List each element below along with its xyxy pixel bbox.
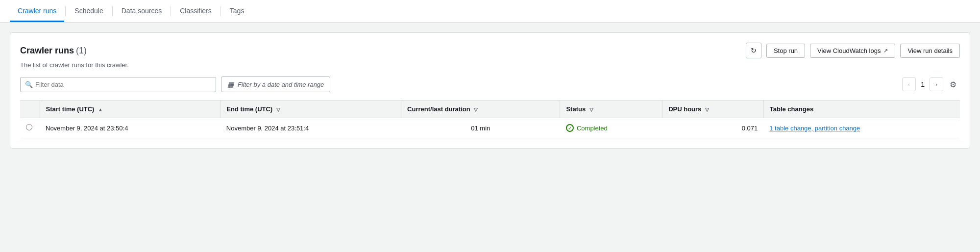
- td-end-time: November 9, 2024 at 23:51:4: [220, 118, 401, 138]
- th-table-changes: Table changes: [763, 101, 960, 118]
- tab-data-sources[interactable]: Data sources: [114, 0, 170, 22]
- filters-row: 🔍 ▦ Filter by a date and time range ‹ 1 …: [20, 76, 960, 92]
- tab-separator-4: [220, 6, 221, 16]
- td-duration: 01 min: [401, 118, 560, 138]
- status-label: Completed: [577, 125, 608, 132]
- crawler-runs-panel: Crawler runs (1) ↻ Stop run View CloudWa…: [10, 32, 970, 149]
- page-wrapper: Crawler runs Schedule Data sources Class…: [0, 0, 980, 252]
- tab-tags[interactable]: Tags: [222, 0, 252, 22]
- sort-desc-icon: ▽: [276, 107, 280, 112]
- td-dpu-hours: 0.071: [662, 118, 764, 138]
- tab-schedule[interactable]: Schedule: [67, 0, 111, 22]
- tab-classifiers[interactable]: Classifiers: [172, 0, 220, 22]
- date-filter-button[interactable]: ▦ Filter by a date and time range: [221, 76, 330, 92]
- next-page-button[interactable]: ›: [930, 77, 943, 91]
- header-actions: ↻ Stop run View CloudWatch logs ↗ View r…: [746, 43, 960, 58]
- date-filter-label: Filter by a date and time range: [238, 81, 324, 88]
- search-input[interactable]: [20, 77, 216, 92]
- th-end-time[interactable]: End time (UTC) ▽: [220, 101, 401, 118]
- calendar-icon: ▦: [227, 80, 234, 88]
- view-cloudwatch-button[interactable]: View CloudWatch logs ↗: [810, 44, 895, 58]
- panel-count: (1): [76, 46, 87, 55]
- sort-asc-icon: ▲: [98, 107, 103, 112]
- search-icon: 🔍: [25, 81, 33, 88]
- refresh-button[interactable]: ↻: [746, 43, 761, 58]
- chevron-left-icon: ‹: [908, 81, 910, 87]
- search-container: 🔍: [20, 77, 216, 92]
- stop-run-button[interactable]: Stop run: [766, 44, 805, 58]
- tab-crawler-runs[interactable]: Crawler runs: [10, 0, 64, 22]
- panel-title: Crawler runs: [20, 46, 74, 55]
- table-changes-link[interactable]: 1 table change, partition change: [769, 125, 860, 132]
- th-start-time[interactable]: Start time (UTC) ▲: [40, 101, 220, 118]
- stop-run-label: Stop run: [774, 47, 798, 54]
- gear-icon: ⚙: [950, 80, 956, 89]
- page-number: 1: [919, 80, 927, 88]
- data-table: Start time (UTC) ▲ End time (UTC) ▽ Curr…: [20, 100, 960, 138]
- tabs-bar: Crawler runs Schedule Data sources Class…: [0, 0, 980, 23]
- sort-status-icon: ▽: [589, 107, 593, 112]
- main-content: Crawler runs (1) ↻ Stop run View CloudWa…: [0, 23, 980, 158]
- th-select: [20, 101, 40, 118]
- th-status[interactable]: Status ▽: [560, 101, 662, 118]
- row-radio-input[interactable]: [26, 124, 32, 130]
- tab-separator-1: [65, 6, 66, 16]
- external-link-icon: ↗: [883, 48, 888, 54]
- td-start-time: November 9, 2024 at 23:50:4: [40, 118, 220, 138]
- refresh-icon: ↻: [751, 47, 757, 54]
- chevron-right-icon: ›: [935, 81, 937, 87]
- th-duration[interactable]: Current/last duration ▽: [401, 101, 560, 118]
- pagination-area: ‹ 1 › ⚙: [902, 77, 960, 91]
- view-run-details-button[interactable]: View run details: [900, 44, 960, 58]
- tab-separator-2: [112, 6, 113, 16]
- th-dpu-hours[interactable]: DPU hours ▽: [662, 101, 764, 118]
- prev-page-button[interactable]: ‹: [902, 77, 916, 91]
- panel-header: Crawler runs (1) ↻ Stop run View CloudWa…: [20, 43, 960, 58]
- tab-separator-3: [171, 6, 171, 16]
- td-radio[interactable]: [20, 118, 40, 138]
- sort-duration-icon: ▽: [474, 107, 478, 112]
- panel-subtitle: The list of crawler runs for this crawle…: [20, 61, 960, 69]
- view-cloudwatch-label: View CloudWatch logs: [817, 47, 881, 54]
- table-settings-button[interactable]: ⚙: [946, 77, 960, 91]
- view-run-details-label: View run details: [907, 47, 953, 54]
- table-row: November 9, 2024 at 23:50:4 November 9, …: [20, 118, 960, 138]
- status-check-icon: ✓: [566, 124, 574, 132]
- td-status: ✓ Completed: [560, 118, 662, 138]
- table-header-row: Start time (UTC) ▲ End time (UTC) ▽ Curr…: [20, 101, 960, 118]
- td-table-changes[interactable]: 1 table change, partition change: [763, 118, 960, 138]
- status-completed: ✓ Completed: [566, 124, 657, 132]
- panel-title-area: Crawler runs (1): [20, 46, 87, 56]
- sort-dpu-icon: ▽: [705, 107, 709, 112]
